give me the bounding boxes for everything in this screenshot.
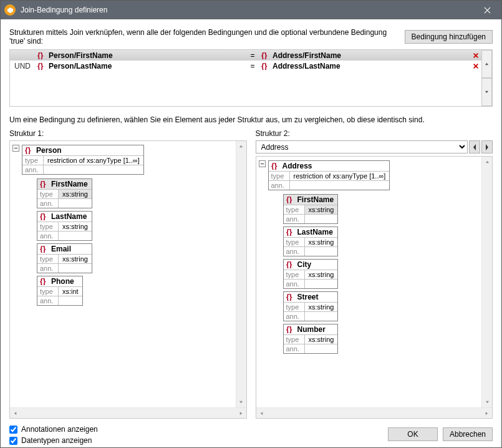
structure-1-panel: Struktur 1: {}Persontyperestriction of x…	[9, 129, 247, 419]
type-value: xs:int	[59, 287, 82, 296]
element-icon: {}	[40, 213, 49, 220]
svg-text:{}: {}	[25, 147, 31, 154]
svg-text:{}: {}	[286, 326, 292, 333]
tree-node-name[interactable]: Person	[36, 146, 62, 155]
tree-node-name[interactable]: FirstName	[51, 180, 88, 188]
element-icon: {}	[40, 278, 49, 285]
collapse-toggle[interactable]	[12, 145, 19, 152]
ann-label: ann.	[37, 231, 59, 240]
tree-node-name[interactable]: Address	[282, 162, 312, 170]
tree-node-name[interactable]: LastName	[51, 212, 87, 221]
nav-prev-button[interactable]	[469, 140, 480, 153]
tree-node-name[interactable]: Street	[297, 293, 319, 301]
svg-text:{}: {}	[40, 278, 46, 285]
element-icon: {}	[261, 52, 270, 59]
type-value: xs:string	[305, 335, 338, 344]
type-label: type	[284, 303, 305, 311]
scroll-up-icon[interactable]	[236, 141, 246, 152]
tree-node-name[interactable]: City	[297, 260, 312, 269]
svg-text:{}: {}	[286, 293, 292, 301]
condition-right: Address/FirstName	[273, 51, 341, 60]
structure-2-select[interactable]: Address	[256, 140, 468, 153]
type-value: xs:string	[59, 190, 92, 198]
element-icon: {}	[286, 261, 295, 268]
element-icon: {}	[286, 196, 295, 203]
type-value: restriction of xs:anyType [1..∞]	[290, 172, 390, 180]
dialog-window: Join-Bedingung definieren Strukturen mit…	[0, 0, 502, 448]
svg-text:{}: {}	[271, 162, 278, 170]
condition-reorder-spinner	[481, 50, 492, 106]
ann-value	[59, 199, 66, 208]
scroll-down-icon[interactable]	[236, 397, 246, 407]
condition-operator: UND	[10, 62, 35, 71]
type-label: type	[37, 190, 59, 198]
type-label: type	[284, 205, 305, 214]
tree-node-name[interactable]: LastName	[297, 228, 333, 236]
svg-text:{}: {}	[37, 62, 44, 70]
scroll-right-icon[interactable]	[481, 408, 492, 418]
horizontal-scrollbar[interactable]	[10, 407, 246, 418]
type-label: type	[269, 172, 290, 180]
condition-left: Person/LastName	[49, 62, 112, 71]
scroll-down-icon[interactable]	[482, 397, 492, 407]
type-value: xs:string	[305, 205, 338, 214]
close-button[interactable]	[473, 1, 501, 19]
tree-node-name[interactable]: Number	[297, 325, 326, 334]
element-icon: {}	[286, 228, 295, 236]
delete-condition-icon[interactable]	[470, 62, 481, 70]
element-icon: {}	[286, 326, 295, 333]
structure-2-tree[interactable]: {}Addresstyperestriction of xs:anyType […	[256, 156, 493, 419]
app-icon	[4, 4, 16, 16]
ann-label: ann.	[37, 199, 59, 208]
tree-node-name[interactable]: Phone	[51, 277, 74, 286]
tree-node-name[interactable]: FirstName	[297, 195, 334, 204]
type-label: type	[37, 287, 59, 296]
ann-value	[59, 296, 66, 305]
ann-value	[59, 264, 66, 273]
element-icon: {}	[37, 52, 46, 59]
condition-row[interactable]: UND {} Person/LastName = {} Address/Last…	[10, 61, 481, 71]
svg-text:{}: {}	[40, 180, 46, 188]
scroll-left-icon[interactable]	[256, 408, 267, 418]
condition-eq: =	[246, 62, 259, 71]
element-icon: {}	[37, 62, 46, 70]
window-title: Join-Bedingung definieren	[21, 6, 473, 14]
ann-label: ann.	[269, 181, 290, 190]
scroll-left-icon[interactable]	[10, 408, 21, 418]
structure-2-label: Struktur 2:	[256, 129, 493, 138]
ok-button[interactable]: OK	[388, 427, 438, 441]
condition-right: Address/LastName	[273, 62, 340, 71]
cancel-button[interactable]: Abbrechen	[443, 427, 493, 441]
svg-text:{}: {}	[286, 196, 292, 203]
svg-text:{}: {}	[286, 228, 292, 236]
structure-1-tree[interactable]: {}Persontyperestriction of xs:anyType [1…	[9, 140, 247, 419]
delete-condition-icon[interactable]	[470, 52, 481, 59]
horizontal-scrollbar[interactable]	[256, 407, 493, 418]
tree-node-name[interactable]: Email	[51, 245, 71, 253]
vertical-scrollbar[interactable]	[481, 157, 492, 407]
type-label: type	[284, 238, 305, 246]
scroll-up-icon[interactable]	[482, 157, 492, 167]
condition-left: Person/FirstName	[49, 51, 113, 60]
ann-label: ann.	[284, 215, 305, 223]
collapse-toggle[interactable]	[259, 160, 266, 167]
move-up-button[interactable]	[481, 50, 492, 78]
ann-value	[44, 165, 51, 174]
conditions-table: {} Person/FirstName = {} Address/FirstNa…	[9, 49, 493, 107]
vertical-scrollbar[interactable]	[236, 141, 246, 407]
structure-2-panel: Struktur 2: Address {}Addresstyperestric…	[256, 129, 493, 419]
ann-value	[290, 181, 297, 190]
element-icon: {}	[25, 147, 34, 154]
condition-row[interactable]: {} Person/FirstName = {} Address/FirstNa…	[10, 50, 481, 61]
type-value: xs:string	[59, 255, 92, 263]
svg-text:{}: {}	[37, 52, 44, 59]
scroll-right-icon[interactable]	[236, 408, 246, 418]
nav-next-button[interactable]	[481, 140, 493, 153]
ann-value	[305, 344, 312, 353]
move-down-button[interactable]	[481, 78, 492, 106]
ann-label: ann.	[22, 165, 44, 174]
add-condition-button[interactable]: Bedingung hinzufügen	[405, 30, 493, 44]
element-icon: {}	[40, 245, 49, 253]
ann-label: ann.	[37, 264, 59, 273]
svg-text:{}: {}	[261, 52, 268, 59]
